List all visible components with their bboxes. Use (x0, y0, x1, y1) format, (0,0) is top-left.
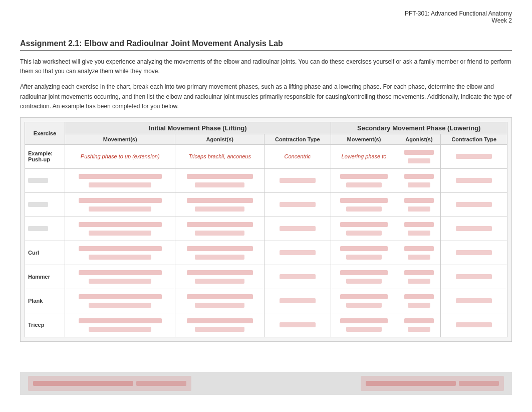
col-exercise: Exercise (25, 122, 65, 144)
row3-movement-initial (65, 217, 175, 241)
table-row: Curl (25, 241, 507, 265)
example-label: Example: (28, 150, 53, 156)
col-contraction-initial: Contraction Type (264, 134, 331, 144)
hammer-movement-initial (65, 265, 175, 289)
row2-exercise (25, 192, 65, 217)
row2-movement-secondary (331, 192, 397, 217)
row3-contraction-secondary (441, 217, 507, 241)
bottom-bar-left (28, 376, 191, 391)
col-contraction-secondary: Contraction Type (441, 134, 507, 144)
tricep-exercise: Tricep (25, 313, 65, 337)
row3-agonist-secondary (397, 217, 441, 241)
row1-movement-initial (65, 168, 175, 192)
hammer-agonist-initial (175, 265, 264, 289)
row1-contraction-initial (264, 168, 331, 192)
col-movement-secondary: Movement(s) (331, 134, 397, 144)
tricep-contraction-secondary (441, 313, 507, 337)
curl-contraction-secondary (441, 241, 507, 265)
col-movement-initial: Movement(s) (65, 134, 175, 144)
hammer-contraction-initial (264, 265, 331, 289)
initial-phase-header: Initial Movement Phase (Lifting) (65, 122, 331, 134)
plank-movement-secondary (331, 289, 397, 313)
analysis-table: Exercise Initial Movement Phase (Lifting… (25, 122, 507, 337)
secondary-phase-header: Secondary Movement Phase (Lowering) (331, 122, 507, 134)
example-contraction-secondary (441, 144, 507, 168)
row2-contraction-secondary (441, 192, 507, 217)
hammer-movement-secondary (331, 265, 397, 289)
row1-movement-secondary (331, 168, 397, 192)
row1-agonist-secondary (397, 168, 441, 192)
hammer-contraction-secondary (441, 265, 507, 289)
row3-contraction-initial (264, 217, 331, 241)
bottom-bar (20, 372, 512, 395)
row1-contraction-secondary (441, 168, 507, 192)
table-row (25, 217, 507, 241)
week-label: Week 2 (20, 17, 512, 24)
plank-movement-initial (65, 289, 175, 313)
hammer-exercise: Hammer (25, 265, 65, 289)
plank-contraction-initial (264, 289, 331, 313)
plank-agonist-secondary (397, 289, 441, 313)
example-contraction-initial: Concentric (264, 144, 331, 168)
row1-agonist-initial (175, 168, 264, 192)
curl-agonist-secondary (397, 241, 441, 265)
row3-agonist-initial (175, 217, 264, 241)
intro-paragraph-2: After analyzing each exercise in the cha… (20, 82, 512, 111)
curl-contraction-initial (264, 241, 331, 265)
example-agonist-initial: Triceps brachii, anconeus (175, 144, 264, 168)
table-row (25, 192, 507, 217)
curl-movement-initial (65, 241, 175, 265)
page-container: PFT-301: Advanced Functional Anatomy Wee… (0, 0, 532, 405)
col-agonist-initial: Agonist(s) (175, 134, 264, 144)
example-movement-initial: Pushing phase to up (extension) (65, 144, 175, 168)
curl-exercise: Curl (25, 241, 65, 265)
plank-agonist-initial (175, 289, 264, 313)
tricep-agonist-initial (175, 313, 264, 337)
example-agonist-secondary (397, 144, 441, 168)
row3-movement-secondary (331, 217, 397, 241)
assignment-title: Assignment 2.1: Elbow and Radioulnar Joi… (20, 39, 512, 51)
tricep-movement-initial (65, 313, 175, 337)
row2-agonist-initial (175, 192, 264, 217)
intro-paragraph-1: This lab worksheet will give you experie… (20, 57, 512, 76)
row3-exercise (25, 217, 65, 241)
bottom-bar-right (361, 376, 504, 391)
plank-exercise: Plank (25, 289, 65, 313)
page-header: PFT-301: Advanced Functional Anatomy Wee… (20, 10, 512, 24)
example-movement-secondary: Lowering phase to (331, 144, 397, 168)
row2-contraction-initial (264, 192, 331, 217)
row1-exercise (25, 168, 65, 192)
example-row: Example: Push-up Pushing phase to up (ex… (25, 144, 507, 168)
course-title: PFT-301: Advanced Functional Anatomy (20, 10, 512, 17)
curl-agonist-initial (175, 241, 264, 265)
col-agonist-secondary: Agonist(s) (397, 134, 441, 144)
analysis-table-wrapper: Exercise Initial Movement Phase (Lifting… (20, 117, 512, 342)
plank-contraction-secondary (441, 289, 507, 313)
hammer-agonist-secondary (397, 265, 441, 289)
table-row: Plank (25, 289, 507, 313)
curl-movement-secondary (331, 241, 397, 265)
table-row (25, 168, 507, 192)
tricep-contraction-initial (264, 313, 331, 337)
table-row: Tricep (25, 313, 507, 337)
tricep-movement-secondary (331, 313, 397, 337)
example-name: Push-up (28, 156, 50, 162)
row2-movement-initial (65, 192, 175, 217)
tricep-agonist-secondary (397, 313, 441, 337)
example-exercise-cell: Example: Push-up (25, 144, 65, 168)
row2-agonist-secondary (397, 192, 441, 217)
table-row: Hammer (25, 265, 507, 289)
